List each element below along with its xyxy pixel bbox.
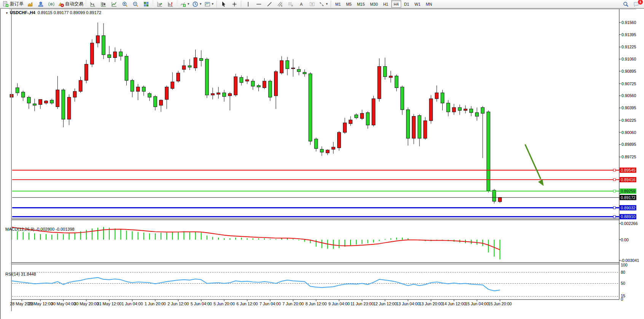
indicators-button[interactable]: ▼ — [179, 0, 191, 8]
horizontal-line-button[interactable] — [253, 0, 264, 8]
chart-window: 0.895450.894160.892590.891720.890320.889… — [0, 8, 644, 319]
price-line-label: 0.89032 — [621, 206, 636, 210]
timeframe-m5[interactable]: M5 — [344, 0, 354, 8]
label-button[interactable]: T — [307, 0, 317, 8]
trendline-button[interactable] — [264, 0, 275, 8]
signals-button[interactable] — [46, 0, 57, 8]
candle — [360, 113, 364, 118]
notifications-button[interactable]: 1 — [631, 0, 642, 8]
toolbar-separator-3 — [331, 1, 332, 8]
candle — [458, 107, 461, 110]
templates-button[interactable]: ▼ — [203, 0, 215, 8]
candle — [50, 100, 54, 103]
timeframe-m30[interactable]: M30 — [368, 0, 380, 8]
time-label: 5 Jun 20:00 — [214, 301, 235, 306]
time-label: 30 May 04:00 — [51, 301, 76, 306]
candle — [39, 99, 42, 104]
chart-shift-button[interactable] — [165, 0, 176, 8]
vertical-line-icon — [245, 1, 251, 7]
rsi-axis-label: 0 — [621, 297, 623, 301]
rsi-axis-label: 50 — [621, 281, 625, 286]
market-watch-button[interactable] — [35, 0, 46, 8]
chart-title[interactable]: ▼USDCHF-,H4 0.89115 0.89177 0.89099 0.89… — [5, 10, 101, 15]
auto-scroll-button[interactable] — [155, 0, 165, 8]
zoom-out-icon — [132, 1, 139, 7]
arrows-button[interactable]: ▼ — [317, 0, 330, 8]
time-label: 31 May 12:00 — [97, 301, 122, 306]
bar-chart-button[interactable] — [88, 0, 98, 8]
candle — [33, 104, 37, 105]
candle — [349, 120, 352, 124]
candle — [45, 101, 48, 103]
candle — [487, 112, 490, 191]
crosshair-button[interactable] — [229, 0, 240, 8]
timeframe-m1[interactable]: M1 — [333, 0, 343, 8]
cursor-icon — [221, 1, 227, 7]
text-button[interactable]: A — [296, 0, 307, 8]
candle — [131, 80, 134, 91]
zoom-in-button[interactable] — [120, 0, 130, 8]
candle — [211, 94, 214, 95]
timeframe-d1[interactable]: D1 — [402, 0, 411, 8]
candle — [297, 69, 301, 72]
zoom-out-button[interactable] — [130, 0, 141, 8]
fibonacci-button[interactable]: F — [285, 0, 296, 8]
profiles-button[interactable] — [25, 0, 35, 8]
candle — [199, 58, 203, 61]
price-tick-label: 0.90060 — [622, 130, 636, 135]
time-label: 7 Jun 04:00 — [260, 301, 281, 306]
line-chart-button[interactable] — [109, 0, 120, 8]
arrows-caret-icon: ▼ — [325, 2, 328, 6]
trendline-icon — [266, 1, 273, 7]
rsi-value: 31.8448 — [21, 272, 36, 276]
candle — [274, 72, 277, 96]
line-handle[interactable] — [613, 190, 615, 192]
fibonacci-icon: F — [288, 1, 294, 7]
candle — [205, 59, 209, 95]
toolbar-grip-2 — [152, 1, 154, 8]
vertical-line-button[interactable] — [243, 0, 253, 8]
periods-button[interactable]: ▼ — [191, 0, 203, 8]
time-label: 13 Jun 20:00 — [419, 301, 443, 306]
candle — [314, 139, 318, 148]
candle — [245, 80, 249, 81]
line-handle[interactable] — [613, 179, 615, 181]
candle — [493, 190, 496, 201]
candle — [406, 110, 410, 138]
line-handle[interactable] — [613, 207, 615, 209]
timeframe-h4[interactable]: H4 — [391, 0, 401, 8]
cursor-button[interactable] — [218, 0, 229, 8]
price-tick-label: 0.91560 — [622, 20, 636, 25]
auto-trading-button[interactable]: 自动交易 — [57, 0, 84, 8]
candle — [292, 68, 295, 69]
candle — [332, 147, 335, 149]
price-tick-label: 0.91395 — [622, 32, 636, 37]
main-toolbar: 新订单 自动交易 ▼ ▼ — [0, 0, 644, 8]
rsi-label: RSI(14) 31.8448 — [5, 272, 36, 276]
candle — [383, 67, 387, 77]
candle — [435, 93, 438, 99]
candle — [136, 87, 140, 91]
channel-button[interactable]: E — [275, 0, 285, 8]
candle — [355, 115, 358, 118]
symbol-dropdown-icon[interactable]: ▼ — [5, 11, 8, 15]
timeframe-m15[interactable]: M15 — [355, 0, 367, 8]
candle — [119, 52, 123, 56]
line-handle[interactable] — [613, 215, 615, 218]
timeframe-w1[interactable]: W1 — [412, 0, 423, 8]
candle — [240, 77, 243, 82]
search-button[interactable] — [620, 0, 631, 8]
timeframe-mn[interactable]: MN — [424, 0, 434, 8]
timeframe-h1[interactable]: H1 — [381, 0, 391, 8]
new-order-button[interactable]: 新订单 — [2, 0, 25, 8]
candlestick-button[interactable] — [98, 0, 109, 8]
line-handle[interactable] — [613, 169, 615, 171]
candle — [251, 81, 255, 86]
candle — [378, 67, 381, 99]
candle — [452, 107, 456, 112]
search-icon — [623, 1, 629, 7]
line-chart-icon — [111, 1, 117, 7]
tile-windows-button[interactable] — [141, 0, 151, 8]
time-label: 14 Jun 12:00 — [442, 301, 466, 306]
chart-canvas[interactable]: 0.895450.894160.892590.891720.890320.889… — [1, 9, 644, 319]
